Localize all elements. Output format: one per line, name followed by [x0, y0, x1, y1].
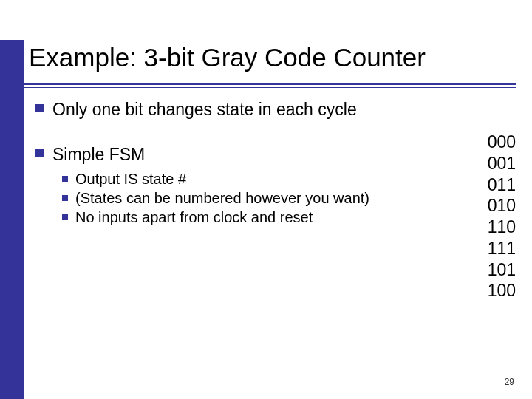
gray-code-sequence: 000 001 011 010 110 111 101 100 [488, 132, 516, 301]
bullet-text: Output IS state # [75, 171, 186, 188]
square-bullet-icon [62, 176, 68, 182]
bullet-level1: Only one bit changes state in each cycle [35, 100, 443, 120]
code-value: 100 [488, 280, 516, 301]
square-bullet-icon [35, 149, 44, 157]
code-value: 111 [488, 238, 516, 259]
slide-title: Example: 3-bit Gray Code Counter [24, 43, 517, 72]
top-left-spacer [0, 0, 24, 40]
title-underline-thick [24, 83, 516, 85]
code-value: 011 [488, 174, 516, 196]
bullet-text: No inputs apart from clock and reset [75, 209, 313, 226]
side-accent-band [0, 40, 24, 399]
bullet-level2: No inputs apart from clock and reset [62, 209, 443, 226]
content-area: Only one bit changes state in each cycle… [35, 100, 443, 228]
bullet-text: Simple FSM [52, 145, 145, 165]
bullet-level1: Simple FSM [35, 145, 443, 165]
square-bullet-icon [62, 214, 68, 220]
code-value: 000 [488, 132, 516, 153]
page-number: 29 [505, 377, 514, 387]
code-value: 110 [488, 216, 516, 238]
bullet-text: (States can be numbered however you want… [75, 190, 369, 207]
code-value: 001 [488, 153, 516, 174]
bullet-level2: (States can be numbered however you want… [62, 190, 443, 207]
square-bullet-icon [62, 195, 68, 201]
code-value: 010 [488, 195, 516, 216]
bullet-text: Only one bit changes state in each cycle [52, 100, 357, 120]
bullet-level2: Output IS state # [62, 171, 443, 188]
square-bullet-icon [35, 104, 44, 112]
code-value: 101 [488, 259, 516, 281]
title-underline-thin [24, 87, 516, 88]
